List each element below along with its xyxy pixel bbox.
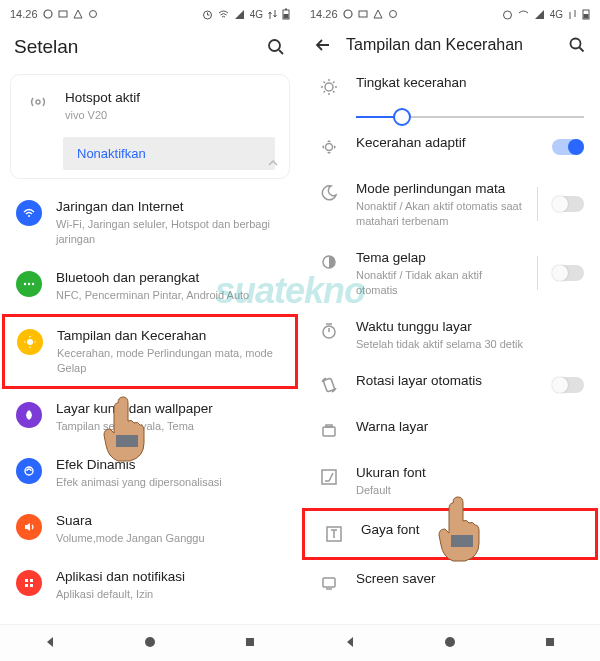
svg-point-31 [389,11,396,18]
item-display[interactable]: Tampilan dan Kecerahan Kecerahan, mode P… [2,314,298,389]
page-title: Setelan [14,36,252,58]
svg-rect-34 [584,14,589,19]
svg-rect-30 [359,11,367,17]
hotspot-icon [25,89,51,115]
svg-rect-8 [284,14,289,19]
back-icon[interactable] [314,36,332,54]
divider [537,187,538,221]
chevron-up-icon[interactable] [267,157,279,172]
deactivate-button[interactable]: Nonaktifkan [63,137,275,170]
settings-header: Setelan [0,24,300,68]
svg-rect-51 [323,378,335,392]
dark-icon [316,249,342,275]
item-sound[interactable]: Suara Volume,mode Jangan Ganggu [0,501,300,557]
item-title: Tingkat kecerahan [356,74,584,92]
network-label: 4G [250,9,263,20]
nav-back[interactable] [343,635,357,652]
bluetooth-icon [16,271,42,297]
svg-point-15 [32,283,34,285]
wifi-icon [518,9,529,20]
svg-point-26 [145,637,155,647]
svg-rect-24 [25,584,28,587]
svg-rect-1 [59,11,67,17]
svg-rect-53 [322,470,336,484]
item-adaptive[interactable]: Kecerahan adaptif [300,124,600,170]
item-title: Layar kunci dan wallpaper [56,400,284,418]
toggle-rotation[interactable] [552,377,584,393]
display-header: Tampilan dan Kecerahan [300,24,600,64]
svg-line-44 [324,91,326,93]
status-time: 14.26 [10,8,38,20]
svg-point-29 [344,10,352,18]
hotspot-title: Hotspot aktif [65,89,275,107]
nav-recent[interactable] [243,635,257,652]
nav-home[interactable] [443,635,457,652]
status-time: 14.26 [310,8,338,20]
item-title: Mode perlindungan mata [356,180,523,198]
svg-line-45 [333,82,335,84]
status-bar: 14.26 4G [0,0,300,24]
apps-icon [16,570,42,596]
display-list: Tingkat kecerahan Kecerahan adaptif Mode… [300,64,600,624]
nav-recent[interactable] [543,635,557,652]
nav-bar [0,624,300,661]
status-icon [88,9,98,19]
nav-home[interactable] [143,635,157,652]
item-dark[interactable]: Tema gelap Nonaktif / Tidak akan aktif o… [300,239,600,308]
item-effects[interactable]: Efek Dinamis Efek animasi yang dipersona… [0,445,300,501]
signal-icon [234,9,245,20]
sound-icon [16,514,42,540]
item-network[interactable]: Jaringan dan Internet Wi-Fi, Jaringan se… [0,187,300,258]
svg-point-14 [28,283,30,285]
moon-icon [316,180,342,206]
brightness-icon [316,74,342,100]
item-sub: Setelah tidak aktif selama 30 detik [356,337,584,352]
nav-back[interactable] [43,635,57,652]
status-icon [343,9,353,19]
toggle-adaptive[interactable] [552,139,584,155]
item-title: Screen saver [356,570,584,588]
status-icon [373,9,383,19]
alarm-icon [202,9,213,20]
item-sub: Wi-Fi, Jaringan seluler, Hotspot dan ber… [56,217,284,247]
item-title: Tema gelap [356,249,523,267]
item-bluetooth[interactable]: Bluetooh dan perangkat NFC, Pencerminan … [0,258,300,314]
item-eye[interactable]: Mode perlindungan mata Nonaktif / Akan a… [300,170,600,239]
brightness-slider[interactable] [300,116,600,124]
svg-line-36 [580,48,584,52]
item-title: Rotasi layar otomatis [356,372,538,390]
svg-point-11 [36,100,40,104]
svg-point-13 [24,283,26,285]
item-timeout[interactable]: Waktu tunggu layar Setelah tidak aktif s… [300,308,600,362]
item-sub: Kecerahan, mode Perlindungan mata, mode … [57,346,283,376]
item-sub: Aplikasi default, Izin [56,587,284,602]
svg-rect-27 [246,638,254,646]
item-sub: Tampilan selalu nyala, Tema [56,419,284,434]
toggle-dark[interactable] [552,265,584,281]
item-lockscreen[interactable]: Layar kunci dan wallpaper Tampilan selal… [0,389,300,445]
item-rotation[interactable]: Rotasi layar otomatis [300,362,600,408]
search-icon[interactable] [568,36,586,54]
search-icon[interactable] [266,37,286,57]
item-brightness[interactable]: Tingkat kecerahan [300,64,600,110]
item-title: Efek Dinamis [56,456,284,474]
item-font-style[interactable]: Gaya font [302,508,598,560]
item-apps[interactable]: Aplikasi dan notifikasi Aplikasi default… [0,557,300,613]
svg-rect-23 [30,579,33,582]
svg-rect-58 [546,638,554,646]
item-title: Jaringan dan Internet [56,198,284,216]
svg-point-2 [89,11,96,18]
item-title: Suara [56,512,284,530]
svg-point-21 [25,467,33,475]
effects-icon [16,458,42,484]
toggle-eye[interactable] [552,196,584,212]
item-font-size[interactable]: Ukuran font Default [300,454,600,508]
item-title: Gaya font [361,521,579,539]
divider [537,256,538,290]
data-icon [268,9,277,20]
item-color[interactable]: Warna layar [300,408,600,454]
settings-list: Jaringan dan Internet Wi-Fi, Jaringan se… [0,187,300,624]
nav-bar [300,624,600,661]
brightness-icon [17,329,43,355]
item-screensaver[interactable]: Screen saver [300,560,600,606]
